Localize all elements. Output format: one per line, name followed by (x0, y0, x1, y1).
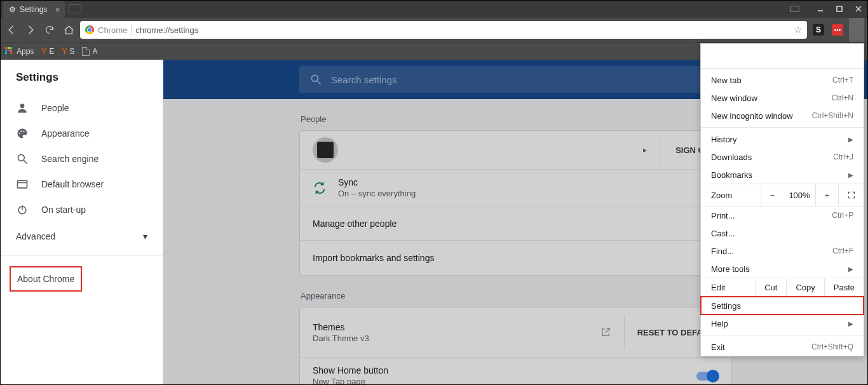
home-button[interactable] (61, 22, 76, 37)
palette-icon (16, 127, 29, 140)
copy-button[interactable]: Copy (786, 278, 824, 297)
back-button[interactable] (4, 22, 19, 37)
svg-point-4 (20, 104, 25, 108)
chrome-icon (85, 25, 94, 34)
maximize-button[interactable] (830, 3, 849, 15)
settings-sidebar: Settings People Appearance Search engine… (1, 60, 163, 384)
menu-item-new-window[interactable]: New windowCtrl+N (701, 89, 864, 107)
sidebar-item-search-engine[interactable]: Search engine (1, 146, 163, 172)
gear-icon: ⚙ (9, 5, 16, 14)
bookmark-e[interactable]: YE (41, 47, 54, 56)
menu-item-help[interactable]: Help▶ (701, 314, 864, 332)
reload-button[interactable] (42, 22, 57, 37)
sidebar-label: On start-up (41, 205, 86, 215)
submenu-arrow-icon: ▶ (848, 266, 853, 273)
browser-toolbar: Chrome chrome://settings ☆ S ••• (0, 18, 868, 42)
svg-point-5 (19, 133, 20, 134)
cut-button[interactable]: Cut (755, 278, 786, 297)
bookmark-star-icon[interactable]: ☆ (794, 24, 802, 36)
sidebar-item-default-browser[interactable]: Default browser (1, 172, 163, 197)
url-path: chrome://settings (135, 25, 198, 35)
extension-lastpass-icon[interactable]: ••• (830, 22, 845, 37)
sidebar-label: Default browser (41, 179, 104, 189)
window-controls (785, 3, 868, 15)
zoom-in-button[interactable]: + (815, 184, 838, 206)
menu-separator (701, 335, 864, 335)
tab-title: Settings (20, 5, 47, 14)
zoom-out-button[interactable]: − (761, 184, 783, 206)
svg-line-9 (24, 161, 27, 164)
search-icon (16, 152, 29, 165)
paste-button[interactable]: Paste (824, 278, 864, 297)
chrome-menu-button[interactable] (849, 18, 864, 42)
divider (1, 255, 163, 256)
sidebar-item-appearance[interactable]: Appearance (1, 121, 163, 146)
minimize-button[interactable] (811, 3, 830, 15)
menu-item-settings[interactable]: Settings (701, 297, 864, 314)
yc-icon: Y (41, 47, 46, 56)
browser-window-icon (16, 178, 29, 191)
tab-strip: ⚙ Settings × (0, 0, 81, 18)
bookmark-s[interactable]: YS (62, 47, 74, 56)
close-window-button[interactable] (849, 3, 868, 15)
menu-item-bookmarks[interactable]: Bookmarks▶ (701, 166, 864, 184)
menu-separator (701, 68, 864, 69)
menu-separator (701, 127, 864, 128)
menu-item-downloads[interactable]: DownloadsCtrl+J (701, 148, 864, 166)
power-icon (16, 203, 29, 216)
sidebar-item-people[interactable]: People (1, 95, 163, 121)
submenu-arrow-icon: ▶ (848, 320, 853, 327)
apps-button[interactable]: Apps (5, 47, 34, 56)
zoom-label: Zoom (701, 191, 761, 200)
chevron-down-icon: ▾ (143, 231, 147, 241)
chrome-menu: New tabCtrl+T New windowCtrl+N New incog… (700, 43, 864, 356)
fullscreen-button[interactable] (838, 184, 864, 206)
apps-grid-icon (5, 47, 14, 56)
menu-account-area[interactable] (701, 44, 864, 65)
document-icon (82, 47, 90, 56)
svg-rect-10 (18, 180, 27, 188)
submenu-arrow-icon: ▶ (848, 136, 853, 143)
menu-item-print[interactable]: Print...Ctrl+P (701, 206, 864, 224)
close-icon[interactable]: × (55, 5, 60, 15)
person-icon (16, 102, 29, 114)
apps-label: Apps (17, 47, 34, 56)
sidebar-title: Settings (1, 71, 163, 95)
forward-button[interactable] (23, 22, 38, 37)
edit-label: Edit (701, 278, 755, 297)
submenu-arrow-icon: ▶ (848, 172, 853, 179)
yc-icon: Y (62, 47, 67, 56)
browser-tab-settings[interactable]: ⚙ Settings × (3, 1, 65, 18)
svg-point-7 (23, 131, 24, 132)
menu-item-more-tools[interactable]: More tools▶ (701, 260, 864, 278)
sidebar-label: Appearance (41, 128, 90, 138)
sidebar-item-on-startup[interactable]: On start-up (1, 197, 163, 222)
address-bar[interactable]: Chrome chrome://settings ☆ (80, 21, 807, 39)
menu-zoom-row: Zoom − 100% + (701, 184, 864, 206)
menu-item-new-incognito[interactable]: New incognito windowCtrl+Shift+N (701, 107, 864, 125)
window-titlebar: ⚙ Settings × (0, 0, 868, 18)
menu-item-cast[interactable]: Cast... (701, 224, 864, 242)
svg-point-8 (18, 154, 24, 161)
sidebar-item-about-chrome[interactable]: About Chrome (10, 266, 82, 292)
menu-item-history[interactable]: History▶ (701, 130, 864, 148)
menu-item-find[interactable]: Find...Ctrl+F (701, 242, 864, 260)
menu-item-exit[interactable]: ExitCtrl+Shift+Q (701, 338, 864, 356)
advanced-label: Advanced (16, 231, 55, 241)
sidebar-label: Search engine (41, 154, 98, 164)
bookmark-a[interactable]: A (82, 47, 97, 56)
sidebar-label: People (41, 103, 69, 113)
menu-item-new-tab[interactable]: New tabCtrl+T (701, 71, 864, 89)
extension-skype-icon[interactable]: S (811, 22, 826, 37)
url-scheme: Chrome (98, 25, 132, 35)
sidebar-item-advanced[interactable]: Advanced ▾ (1, 222, 163, 250)
window-thumbnails-icon[interactable] (785, 3, 804, 15)
svg-point-6 (20, 131, 22, 132)
svg-rect-1 (837, 6, 842, 11)
zoom-value: 100% (783, 191, 815, 200)
menu-edit-row: Edit Cut Copy Paste (701, 278, 864, 297)
new-tab-button[interactable] (69, 4, 81, 13)
